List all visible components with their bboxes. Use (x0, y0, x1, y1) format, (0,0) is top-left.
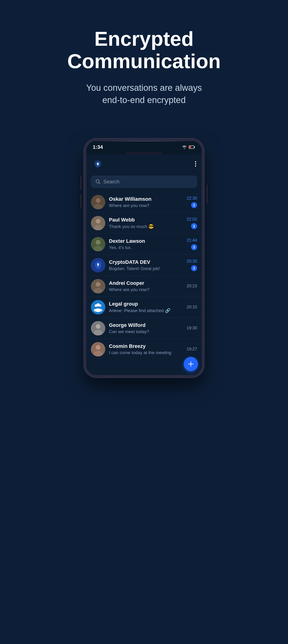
svg-rect-1 (194, 146, 195, 148)
conv-content-oskar: Oskar Williamson Where are you now? (109, 196, 183, 208)
phone-mockup: 1:34 (84, 138, 204, 378)
unread-badge-oskar: 2 (191, 202, 197, 208)
conv-preview-andrei: Where are you now? (109, 287, 183, 292)
conv-time-george: 19:30 (187, 326, 197, 330)
status-time: 1:34 (93, 144, 103, 150)
conv-preview-cosmin: I can come today at the meeting (109, 350, 183, 355)
svg-point-10 (96, 219, 100, 224)
conv-time-andrei: 20:23 (187, 284, 197, 288)
notch-area (86, 152, 202, 154)
search-icon (95, 179, 101, 184)
conv-content-cryptodata: CryptoDATA DEV Bogdan: Talent! Great job… (109, 259, 183, 271)
conv-time-legal: 20:10 (187, 305, 197, 310)
conversation-item-cosmin-breezy[interactable]: Cosmin Breezy I can come today at the me… (86, 339, 202, 375)
conv-meta-paul: 22:02 2 (187, 217, 197, 229)
new-conversation-icon (187, 360, 194, 368)
search-placeholder: Search (103, 179, 120, 185)
conv-meta-dexter: 21:44 2 (187, 238, 197, 250)
search-bar[interactable]: Search (91, 176, 197, 188)
shield-logo-icon (93, 160, 102, 168)
new-conversation-fab[interactable] (184, 357, 198, 371)
conv-preview-dexter: Yes, it's lux. (109, 245, 183, 250)
svg-point-18 (96, 282, 100, 287)
conv-name-george: George Wilford (109, 322, 183, 328)
conv-meta-george: 19:30 (187, 326, 197, 330)
unread-badge-cryptodata: 2 (191, 265, 197, 271)
svg-point-26 (99, 309, 102, 312)
conv-content-legal: Legal group Arlene: Please find attached… (109, 301, 183, 313)
svg-point-31 (96, 345, 100, 350)
wifi-icon (182, 145, 187, 149)
notch (126, 152, 162, 154)
conv-meta-cosmin: 19:27 (187, 347, 197, 352)
avatar-george-wilford (91, 321, 105, 336)
avatar-cosmin-breezy (91, 342, 105, 356)
conversation-item-george-wilford[interactable]: George Wilford Can we meet today? 19:30 (86, 318, 202, 339)
conv-content-paul: Paul Webb Thank you so much 😎 (109, 217, 183, 229)
unread-badge-paul: 2 (191, 223, 197, 229)
conv-time-oskar: 22:30 (187, 196, 197, 201)
conv-content-george: George Wilford Can we meet today? (109, 322, 183, 334)
conv-meta-andrei: 20:23 (187, 284, 197, 288)
svg-line-5 (99, 182, 100, 184)
conversation-item-dexter-lawson[interactable]: Dexter Lawson Yes, it's lux. 21:44 2 (86, 234, 202, 255)
conv-name-andrei: Andrei Cooper (109, 280, 183, 286)
avatar-andrei-cooper (91, 279, 105, 293)
conv-preview-paul: Thank you so much 😎 (109, 224, 183, 229)
hero-subtitle: You conversations are always end-to-end … (77, 82, 211, 106)
conversation-list: Oskar Williamson Where are you now? 22:3… (86, 192, 202, 375)
conv-preview-oskar: Where are you now? (109, 203, 183, 208)
conv-time-dexter: 21:44 (187, 238, 197, 243)
avatar-paul-webb (91, 216, 105, 230)
conv-preview-george: Can we meet today? (109, 329, 183, 334)
more-dot-1 (195, 161, 196, 162)
hero-section: Encrypted Communication You conversation… (0, 0, 288, 125)
svg-point-7 (96, 198, 100, 203)
phone-screen: 1:34 (86, 141, 202, 375)
conversation-item-andrei-cooper[interactable]: Andrei Cooper Where are you now? 20:23 (86, 276, 202, 297)
phone-volume-up-button (80, 176, 82, 190)
conversation-item-legal-group[interactable]: Legal group Arlene: Please find attached… (86, 297, 202, 318)
avatar-cryptodata-dev (91, 258, 105, 272)
status-icons (182, 145, 195, 149)
conv-time-paul: 22:02 (187, 217, 197, 222)
conv-name-oskar: Oskar Williamson (109, 196, 183, 202)
conversation-item-oskar-williamson[interactable]: Oskar Williamson Where are you now? 22:3… (86, 192, 202, 213)
more-dot-3 (195, 166, 196, 166)
phone-frame: 1:34 (84, 138, 204, 378)
conv-time-cryptodata: 20:30 (187, 259, 197, 264)
conversation-item-paul-webb[interactable]: Paul Webb Thank you so much 😎 22:02 2 (86, 213, 202, 234)
avatar-legal-group (91, 300, 105, 314)
conv-meta-cryptodata: 20:30 2 (187, 259, 197, 271)
conv-name-cosmin: Cosmin Breezy (109, 343, 183, 349)
avatar-oskar-williamson (91, 195, 105, 209)
svg-point-13 (96, 240, 100, 244)
svg-point-20 (91, 300, 105, 314)
conv-content-andrei: Andrei Cooper Where are you now? (109, 280, 183, 292)
conv-name-paul: Paul Webb (109, 217, 183, 223)
more-options-icon[interactable] (195, 161, 196, 166)
conv-name-cryptodata: CryptoDATA DEV (109, 259, 183, 265)
unread-badge-dexter: 2 (191, 244, 197, 250)
svg-point-28 (96, 324, 100, 329)
app-logo (92, 158, 104, 170)
app-header (86, 154, 202, 174)
status-bar: 1:34 (86, 141, 202, 152)
conv-preview-cryptodata: Bogdan: Talent! Great job! (109, 266, 183, 271)
conv-name-legal: Legal group (109, 301, 183, 307)
svg-point-23 (96, 303, 100, 306)
conv-time-cosmin: 19:27 (187, 347, 197, 352)
conversation-item-cryptodata-dev[interactable]: CryptoDATA DEV Bogdan: Talent! Great job… (86, 255, 202, 276)
phone-volume-down-button (80, 194, 82, 208)
hero-title: Encrypted Communication (63, 28, 225, 72)
avatar-dexter-lawson (91, 237, 105, 251)
phone-power-button (206, 185, 208, 203)
svg-point-25 (94, 309, 97, 312)
more-dot-2 (195, 163, 196, 164)
conv-meta-legal: 20:10 (187, 305, 197, 310)
conv-meta-oskar: 22:30 2 (187, 196, 197, 208)
conv-content-cosmin: Cosmin Breezy I can come today at the me… (109, 343, 183, 355)
conv-preview-legal: Arlene: Please find attached 🔗 (109, 308, 183, 313)
conv-name-dexter: Dexter Lawson (109, 238, 183, 244)
conv-content-dexter: Dexter Lawson Yes, it's lux. (109, 238, 183, 250)
